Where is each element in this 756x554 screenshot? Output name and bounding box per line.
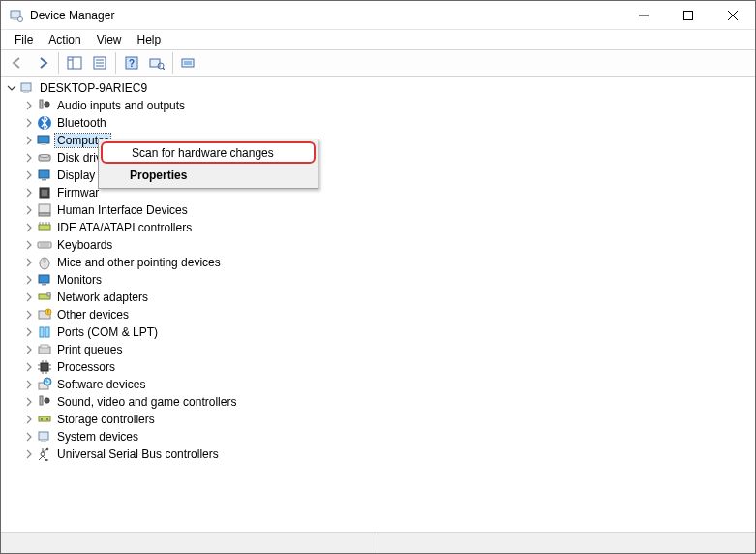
tree-category[interactable]: Bluetooth <box>22 114 755 132</box>
help-button[interactable]: ? <box>120 51 143 75</box>
svg-rect-33 <box>42 190 47 196</box>
expand-icon[interactable] <box>22 151 36 165</box>
tree-category[interactable]: Network adapters <box>22 289 755 306</box>
tree-category-label: IDE ATA/ATAPI controllers <box>55 221 194 234</box>
computer-root-icon <box>19 80 35 96</box>
statusbar <box>1 532 755 553</box>
tree-category-label: Disk driv <box>55 151 104 165</box>
tree-category[interactable]: Sound, video and game controllers <box>22 393 755 411</box>
svg-rect-23 <box>40 100 43 108</box>
device-tree[interactable]: DESKTOP-9ARIEC9 Audio inputs and outputs… <box>1 77 755 532</box>
tree-category[interactable]: Human Interface Devices <box>22 201 755 219</box>
expand-icon[interactable] <box>22 413 36 426</box>
svg-point-72 <box>41 418 43 420</box>
minimize-button[interactable] <box>621 1 666 30</box>
tree-category[interactable]: Storage controllers <box>22 411 755 428</box>
context-menu: Scan for hardware changes Properties <box>98 138 318 189</box>
svg-rect-71 <box>39 416 50 421</box>
device-category-icon <box>37 377 52 392</box>
expand-icon[interactable] <box>22 273 36 287</box>
tree-category[interactable]: Keyboards <box>22 236 755 254</box>
tree-category[interactable]: !Other devices <box>22 306 755 323</box>
expand-icon[interactable] <box>22 116 36 130</box>
close-button[interactable] <box>711 1 755 30</box>
tree-category[interactable]: IDE ATA/ATAPI controllers <box>22 219 755 236</box>
svg-rect-48 <box>42 284 46 286</box>
device-category-icon <box>37 98 52 113</box>
device-category-icon <box>37 359 52 375</box>
tree-category[interactable]: Audio inputs and outputs <box>22 97 755 114</box>
show-hide-console-tree-button[interactable] <box>63 51 86 75</box>
svg-rect-41 <box>38 242 51 248</box>
device-category-icon <box>37 446 52 462</box>
menu-view[interactable]: View <box>89 31 130 48</box>
svg-rect-20 <box>184 61 192 65</box>
tree-category-label: Print queues <box>55 343 124 356</box>
expand-icon[interactable] <box>22 203 36 217</box>
expand-icon[interactable] <box>22 447 36 461</box>
device-category-icon <box>37 150 52 166</box>
expand-icon[interactable] <box>22 395 36 409</box>
expand-icon[interactable] <box>22 169 36 182</box>
tree-category-label: Monitors <box>55 273 104 287</box>
device-category-icon <box>37 394 52 410</box>
back-button[interactable] <box>6 51 29 75</box>
device-category-icon <box>37 412 52 427</box>
tree-category[interactable]: Monitors <box>22 271 755 289</box>
expand-icon[interactable] <box>22 343 36 356</box>
svg-rect-31 <box>42 179 46 181</box>
svg-rect-69 <box>40 396 43 405</box>
expand-icon[interactable] <box>22 134 36 147</box>
device-category-icon <box>37 429 52 445</box>
svg-line-18 <box>163 68 165 70</box>
expand-icon[interactable] <box>22 360 36 374</box>
tree-category-label: System devices <box>55 430 140 444</box>
expand-icon[interactable] <box>22 256 36 269</box>
tree-category[interactable]: Processors <box>22 358 755 376</box>
tree-root[interactable]: DESKTOP-9ARIEC9 <box>5 79 755 97</box>
forward-button[interactable] <box>31 51 54 75</box>
ctx-scan-hardware[interactable]: Scan for hardware changes <box>101 141 316 164</box>
expand-icon[interactable] <box>22 308 36 322</box>
scan-hardware-button[interactable] <box>145 51 168 75</box>
ctx-item-label: Scan for hardware changes <box>132 146 274 160</box>
menu-help[interactable]: Help <box>130 31 169 48</box>
expand-icon[interactable] <box>22 378 36 391</box>
ctx-properties[interactable]: Properties <box>101 164 316 186</box>
expand-icon[interactable] <box>22 325 36 339</box>
tree-category-label: Other devices <box>55 308 131 322</box>
svg-text:?: ? <box>129 58 135 69</box>
toolbar-separator <box>58 52 59 74</box>
device-category-icon <box>37 202 52 218</box>
svg-rect-36 <box>39 225 50 230</box>
svg-rect-50 <box>47 292 50 296</box>
device-category-icon: ! <box>37 307 52 323</box>
expand-icon[interactable] <box>22 99 36 112</box>
menu-action[interactable]: Action <box>41 31 88 48</box>
svg-rect-21 <box>21 83 31 91</box>
tree-category[interactable]: Software devices <box>22 376 755 393</box>
svg-rect-22 <box>23 91 29 93</box>
collapse-icon[interactable] <box>5 81 18 95</box>
expand-icon[interactable] <box>22 291 36 304</box>
tree-category[interactable]: Print queues <box>22 341 755 358</box>
add-legacy-hardware-button[interactable] <box>177 51 200 75</box>
tree-category[interactable]: Ports (COM & LPT) <box>22 323 755 341</box>
device-category-icon <box>37 290 52 305</box>
expand-icon[interactable] <box>22 430 36 444</box>
tree-category[interactable]: Universal Serial Bus controllers <box>22 446 755 463</box>
maximize-button[interactable] <box>666 1 711 30</box>
device-category-icon <box>37 237 52 253</box>
expand-icon[interactable] <box>22 238 36 252</box>
tree-category[interactable]: System devices <box>22 428 755 446</box>
tree-category[interactable]: Mice and other pointing devices <box>22 254 755 271</box>
expand-icon[interactable] <box>22 186 36 200</box>
expand-icon[interactable] <box>22 221 36 234</box>
svg-rect-55 <box>45 327 49 337</box>
tree-category-label: Processors <box>55 360 117 374</box>
svg-rect-34 <box>39 204 50 213</box>
svg-rect-7 <box>68 57 81 69</box>
properties-button[interactable] <box>88 51 111 75</box>
menu-file[interactable]: File <box>7 31 41 48</box>
svg-point-73 <box>46 418 48 420</box>
